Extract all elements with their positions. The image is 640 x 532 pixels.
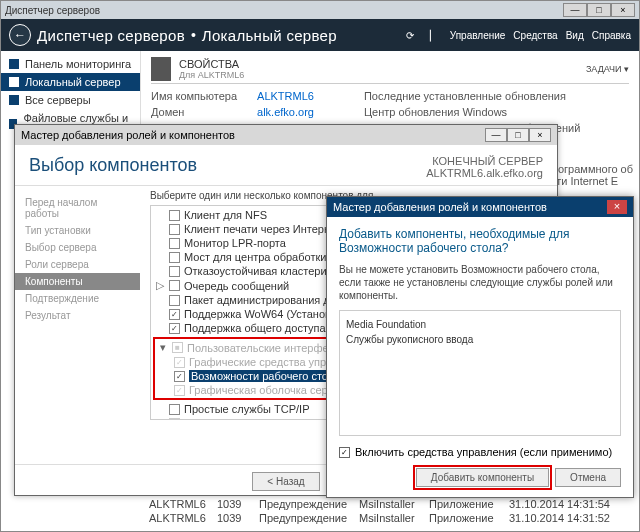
required-feature: Службы рукописного ввода [346, 332, 614, 347]
nav-back-icon[interactable]: ← [9, 24, 31, 46]
cancel-button[interactable]: Отмена [555, 468, 621, 487]
refresh-icon[interactable]: ⟳ [402, 27, 418, 43]
checkbox-indeterminate-icon[interactable]: ■ [172, 342, 183, 353]
prop-value-domain[interactable]: alk.efko.org [257, 106, 314, 118]
event-log: Приложение [429, 512, 499, 524]
sidebar-item-all-servers[interactable]: Все серверы [1, 91, 140, 109]
checkbox-icon[interactable] [169, 238, 180, 249]
wizard-nav-results[interactable]: Результат [15, 307, 140, 324]
wizard-nav-confirm[interactable]: Подтверждение [15, 290, 140, 307]
popup-required-list: Media Foundation Службы рукописного ввод… [339, 310, 621, 436]
popup-checkbox-label: Включить средства управления (если приме… [355, 446, 612, 458]
sidebar-item-label: Все серверы [25, 94, 91, 106]
menu-manage[interactable]: Управление [450, 30, 506, 41]
breadcrumb-sep: • [191, 27, 196, 43]
prop-label-computer: Имя компьютера [151, 90, 237, 102]
event-server: ALKTRML6 [149, 498, 207, 510]
wizard-header: Выбор компонентов КОНЕЧНЫЙ СЕРВЕР ALKTRM… [15, 145, 557, 186]
tasks-menu[interactable]: ЗАДАЧИ ▾ [586, 64, 629, 74]
sidebar-item-label: Панель мониторинга [25, 58, 131, 70]
events-list: ALKTRML6 1039 Предупреждение MsiInstalle… [149, 497, 631, 525]
event-id: 1039 [217, 512, 249, 524]
checkbox-icon[interactable] [169, 210, 180, 221]
popup-title: Мастер добавления ролей и компонентов [333, 201, 547, 213]
ribbon: ← Диспетчер серверов • Локальный сервер … [1, 19, 639, 51]
checkbox-checked-icon[interactable] [174, 371, 185, 382]
breadcrumb-page[interactable]: Локальный сервер [202, 27, 337, 44]
popup-body: Добавить компоненты, необходимые для Воз… [327, 217, 633, 497]
add-features-button[interactable]: Добавить компоненты [416, 468, 549, 487]
prop-label-wu: Центр обновления Windows [364, 106, 580, 118]
required-feature: Media Foundation [346, 317, 614, 332]
all-servers-icon [9, 95, 19, 105]
checkbox-checked-icon[interactable] [339, 447, 350, 458]
prop-value-computer[interactable]: ALKTRML6 [257, 90, 314, 102]
menu-view[interactable]: Вид [566, 30, 584, 41]
collapse-icon[interactable]: ▾ [158, 341, 168, 354]
feature-label: Очередь сообщений [184, 280, 289, 292]
event-time: 31.10.2014 14:31:54 [509, 498, 610, 510]
popup-close-button[interactable]: × [607, 200, 627, 214]
checkbox-icon[interactable] [169, 418, 180, 421]
wizard-nav-server-select[interactable]: Выбор сервера [15, 239, 140, 256]
event-source: MsiInstaller [359, 498, 419, 510]
event-row[interactable]: ALKTRML6 1039 Предупреждение MsiInstalle… [149, 497, 631, 511]
minimize-button[interactable]: — [563, 3, 587, 17]
ribbon-right: ⟳ ▏ Управление Средства Вид Справка [402, 27, 631, 43]
wizard-nav-features[interactable]: Компоненты [15, 273, 140, 290]
event-row[interactable]: ALKTRML6 1039 Предупреждение MsiInstalle… [149, 511, 631, 525]
event-level: Предупреждение [259, 498, 349, 510]
checkbox-icon[interactable] [169, 295, 180, 306]
prop-label-updates: Последние установленные обновления [364, 90, 580, 102]
properties-subtitle: Для ALKTRML6 [179, 70, 244, 80]
popup-heading: Добавить компоненты, необходимые для Воз… [339, 227, 621, 255]
checkbox-icon[interactable] [169, 224, 180, 235]
checkbox-icon[interactable] [169, 252, 180, 263]
add-features-popup: Мастер добавления ролей и компонентов × … [326, 196, 634, 498]
wizard-minimize-button[interactable]: — [485, 128, 507, 142]
wizard-nav-before-begin[interactable]: Перед началом работы [15, 194, 140, 222]
dest-label: КОНЕЧНЫЙ СЕРВЕР [426, 155, 543, 167]
popup-titlebar: Мастер добавления ролей и компонентов × [327, 197, 633, 217]
properties-title: СВОЙСТВА [179, 58, 244, 70]
close-button[interactable]: × [611, 3, 635, 17]
wizard-destination: КОНЕЧНЫЙ СЕРВЕР ALKTRML6.alk.efko.org [426, 155, 543, 179]
server-icon [151, 57, 171, 81]
wizard-nav-server-roles[interactable]: Роли сервера [15, 256, 140, 273]
event-source: MsiInstaller [359, 512, 419, 524]
checkbox-icon[interactable] [169, 266, 180, 277]
flag-icon[interactable]: ▏ [426, 27, 442, 43]
event-level: Предупреждение [259, 512, 349, 524]
popup-include-tools-checkbox[interactable]: Включить средства управления (если приме… [339, 446, 621, 458]
wizard-maximize-button[interactable]: □ [507, 128, 529, 142]
sidebar-item-local-server[interactable]: Локальный сервер [1, 73, 140, 91]
menu-help[interactable]: Справка [592, 30, 631, 41]
dest-server: ALKTRML6.alk.efko.org [426, 167, 543, 179]
expand-icon[interactable]: ▷ [155, 279, 165, 292]
popup-buttons: Добавить компоненты Отмена [339, 468, 621, 487]
wizard-heading: Выбор компонентов [29, 155, 197, 176]
checkbox-checked-icon[interactable] [174, 357, 185, 368]
dashboard-icon [9, 59, 19, 69]
checkbox-icon[interactable] [169, 404, 180, 415]
checkbox-checked-icon[interactable] [169, 323, 180, 334]
sidebar-item-label: Локальный сервер [25, 76, 121, 88]
event-log: Приложение [429, 498, 499, 510]
checkbox-icon[interactable] [169, 280, 180, 291]
window-title: Диспетчер серверов [5, 5, 100, 16]
wizard-nav: Перед началом работы Тип установки Выбор… [15, 186, 140, 464]
checkbox-checked-icon[interactable] [169, 309, 180, 320]
maximize-button[interactable]: □ [587, 3, 611, 17]
feature-label: Клиент печати через Интернет [184, 223, 341, 235]
back-button[interactable]: < Назад [252, 472, 319, 491]
wizard-close-button[interactable]: × [529, 128, 551, 142]
event-time: 31.10.2014 14:31:52 [509, 512, 610, 524]
feature-label: Простые службы TCP/IP [184, 403, 310, 415]
wizard-nav-install-type[interactable]: Тип установки [15, 222, 140, 239]
breadcrumb-root[interactable]: Диспетчер серверов [37, 27, 185, 44]
checkbox-checked-icon[interactable] [174, 385, 185, 396]
sidebar-item-dashboard[interactable]: Панель мониторинга [1, 55, 140, 73]
menu-tools[interactable]: Средства [513, 30, 557, 41]
titlebar: Диспетчер серверов — □ × [1, 1, 639, 19]
popup-message: Вы не можете установить Возможности рабо… [339, 263, 621, 302]
